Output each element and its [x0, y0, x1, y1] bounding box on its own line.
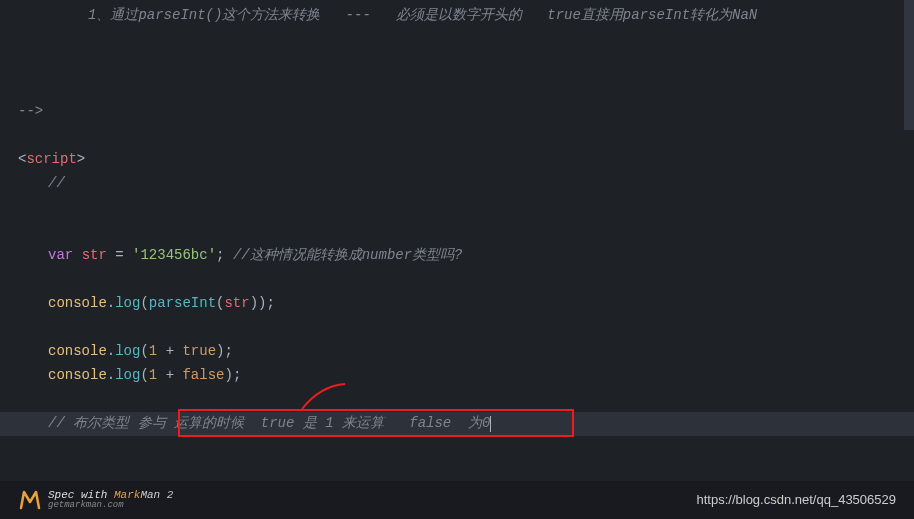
comment-slashes: // — [48, 172, 65, 196]
number-literal: 1 — [149, 340, 157, 364]
footer-text-block: Spec with MarkMan 2 getmarkman.com — [48, 489, 173, 511]
bracket: < — [18, 148, 26, 172]
code-line-empty — [0, 220, 914, 244]
console-obj: console — [48, 292, 107, 316]
log-fn: log — [115, 340, 140, 364]
code-line-empty — [0, 316, 914, 340]
paren: ) — [258, 292, 266, 316]
boolean-true: true — [182, 340, 216, 364]
code-line: 1、通过parseInt()这个方法来转换 --- 必须是以数字开头的 true… — [0, 4, 914, 28]
code-line: var str = '123456bc'; //这种情况能转换成number类型… — [0, 244, 914, 268]
comment-bool: // 布尔类型 参与 — [48, 412, 174, 436]
code-line-empty — [0, 28, 914, 52]
log-fn: log — [115, 364, 140, 388]
code-line-empty — [0, 268, 914, 292]
plus: + — [157, 364, 182, 388]
var-ref: str — [224, 292, 249, 316]
bracket: > — [77, 148, 85, 172]
dot: . — [107, 364, 115, 388]
paren: ) — [216, 340, 224, 364]
code-line: <script> — [0, 148, 914, 172]
code-line: console.log(1 + false); — [0, 364, 914, 388]
log-fn: log — [115, 292, 140, 316]
paren: ( — [140, 364, 148, 388]
footer-url: getmarkman.com — [48, 501, 173, 511]
paren: ( — [216, 292, 224, 316]
code-line-empty — [0, 196, 914, 220]
var-name: str — [82, 244, 107, 268]
boolean-false: false — [182, 364, 224, 388]
paren: ) — [224, 364, 232, 388]
scrollbar-thumb[interactable] — [904, 0, 914, 130]
string-literal: '123456bc' — [132, 244, 216, 268]
code-line: // — [0, 172, 914, 196]
code-line-empty — [0, 388, 914, 412]
semicolon: ; — [267, 292, 275, 316]
footer-bar: Spec with MarkMan 2 getmarkman.com https… — [0, 481, 914, 519]
console-obj: console — [48, 340, 107, 364]
paren: ( — [140, 292, 148, 316]
paren: ( — [140, 340, 148, 364]
plus: + — [157, 340, 182, 364]
footer-watermark: Spec with MarkMan 2 getmarkman.com — [18, 488, 173, 512]
code-line-empty — [0, 52, 914, 76]
code-editor[interactable]: 1、通过parseInt()这个方法来转换 --- 必须是以数字开头的 true… — [0, 0, 914, 436]
code-line: console.log(1 + true); — [0, 340, 914, 364]
code-line-selected: // 布尔类型 参与 运算的时候 true 是 1 来运算 false 为0 — [0, 412, 914, 436]
code-line-empty — [0, 124, 914, 148]
parseint-fn: parseInt — [149, 292, 216, 316]
blog-url: https://blog.csdn.net/qq_43506529 — [697, 489, 897, 511]
dot: . — [107, 292, 115, 316]
comment-text: 1、通过parseInt()这个方法来转换 --- 必须是以数字开头的 true… — [88, 4, 757, 28]
scrollbar-vertical[interactable] — [904, 0, 914, 481]
semicolon: ; — [224, 340, 232, 364]
console-obj: console — [48, 364, 107, 388]
text-cursor — [490, 416, 491, 432]
comment-bool2: 运算的时候 true 是 1 来运算 false 为0 — [174, 412, 490, 436]
tag-script: script — [26, 148, 76, 172]
comment-inline: //这种情况能转换成number类型吗? — [224, 244, 462, 268]
semicolon: ; — [216, 244, 224, 268]
paren: ) — [250, 292, 258, 316]
code-line-empty — [0, 76, 914, 100]
number-literal: 1 — [149, 364, 157, 388]
code-line: --> — [0, 100, 914, 124]
comment-end: --> — [18, 100, 43, 124]
equals: = — [107, 244, 132, 268]
markman-icon — [18, 488, 42, 512]
code-line: console.log(parseInt(str)); — [0, 292, 914, 316]
dot: . — [107, 340, 115, 364]
semicolon: ; — [233, 364, 241, 388]
keyword-var: var — [48, 244, 73, 268]
